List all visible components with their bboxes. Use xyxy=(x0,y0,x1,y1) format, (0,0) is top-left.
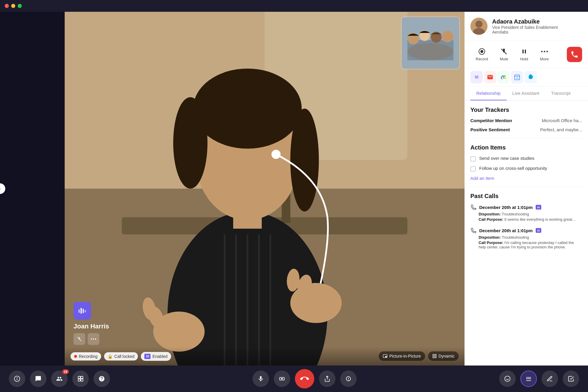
left-sidebar: ‹ xyxy=(0,12,65,366)
more-speaker-options-button[interactable] xyxy=(88,333,99,345)
tabs-row: Relationship Live Assistant Transcript xyxy=(465,87,588,101)
tasks-button[interactable] xyxy=(563,371,579,387)
record-button[interactable]: Record xyxy=(470,44,493,64)
trackers-title: Your Trackers xyxy=(470,107,582,113)
tab-transcript[interactable]: Transcript xyxy=(545,87,576,100)
calendar-app-button[interactable]: 31 xyxy=(511,71,523,83)
svg-point-53 xyxy=(541,51,542,52)
disposition-1: Troubleshooting xyxy=(502,235,529,240)
svg-point-26 xyxy=(407,43,454,60)
action-checkbox-1[interactable] xyxy=(470,166,476,172)
mute-icon xyxy=(500,47,508,56)
microphone-button[interactable] xyxy=(253,371,269,387)
svg-rect-42 xyxy=(435,354,436,356)
svg-point-37 xyxy=(93,338,94,340)
action-item-1: Follow up on cross-sell opportunity xyxy=(470,166,582,172)
tracker-competitor-value: Microsoft Office ha... xyxy=(542,118,582,123)
chat-button[interactable] xyxy=(30,371,46,387)
traffic-lights xyxy=(5,4,22,8)
svg-point-15 xyxy=(173,97,208,189)
call-locked-badge: 🔒 Call locked xyxy=(104,352,138,361)
tab-relationship[interactable]: Relationship xyxy=(470,87,507,100)
end-call-button[interactable] xyxy=(567,47,582,62)
svg-point-55 xyxy=(546,51,548,52)
add-item-link[interactable]: Add an Item xyxy=(470,176,582,181)
minimize-button[interactable] xyxy=(11,4,15,8)
participants-button[interactable]: 19 xyxy=(51,371,68,387)
participants-count: 19 xyxy=(62,369,69,374)
more-icon xyxy=(540,47,549,56)
panel-content: Your Trackers Competitor Mention Microso… xyxy=(465,101,588,366)
stop-share-button[interactable] xyxy=(274,371,290,387)
past-call-0: December 20th at 1:01pm vi Disposition: … xyxy=(470,204,582,222)
video-area: Joan Harris xyxy=(65,12,465,366)
tracker-sentiment-label: Positive Sentiment xyxy=(470,127,510,132)
svg-rect-32 xyxy=(81,308,82,314)
draw-button[interactable] xyxy=(542,371,558,387)
picture-in-picture-button[interactable]: Picture-in-Picture xyxy=(379,351,425,361)
vi-enabled-badge: Vi Enabled xyxy=(141,352,171,361)
close-button[interactable] xyxy=(5,4,9,8)
svg-rect-62 xyxy=(78,376,80,378)
disposition-label-1: Disposition: xyxy=(479,235,501,240)
divider-1 xyxy=(470,138,582,138)
svg-rect-67 xyxy=(281,378,283,379)
tracker-sentiment-value: Perfect, and maybe... xyxy=(540,127,582,132)
help-button[interactable] xyxy=(93,371,110,387)
tab-live-assistant[interactable]: Live Assistant xyxy=(507,87,545,100)
dynamic-btn-label: Dynamic xyxy=(439,354,455,358)
main-content: ‹ xyxy=(0,12,588,366)
recording-dot xyxy=(74,355,77,358)
dynamic-button[interactable]: Dynamic xyxy=(428,351,459,361)
video-pip-buttons: Picture-in-Picture Dynamic xyxy=(379,351,459,361)
past-call-0-date: December 20th at 1:01pm xyxy=(479,205,533,210)
svg-rect-43 xyxy=(433,356,434,358)
emoji-button[interactable] xyxy=(499,371,516,387)
main-video xyxy=(65,12,465,366)
action-item-0: Send over new case studies xyxy=(470,156,582,162)
call-icon-0 xyxy=(470,204,476,210)
past-call-1: December 20th at 1:01pm vi Disposition: … xyxy=(470,227,582,249)
mute-speaker-button[interactable] xyxy=(74,333,85,345)
action-text-0: Send over new case studies xyxy=(479,156,534,161)
salesforce-app-button[interactable] xyxy=(524,71,537,83)
tracker-row-competitor: Competitor Mention Microsoft Office ha..… xyxy=(470,118,582,123)
sidebar-collapse-button[interactable]: ‹ xyxy=(0,183,5,194)
more-label: More xyxy=(540,57,549,61)
svg-rect-31 xyxy=(78,309,80,313)
gmail-app-button[interactable] xyxy=(484,71,496,83)
hold-label: Hold xyxy=(520,57,528,61)
contact-title: Vice President of Sales Enablement xyxy=(492,25,558,30)
purpose-0: It seems like everything is working grea… xyxy=(504,217,575,222)
share-screen-button[interactable] xyxy=(319,371,335,387)
hold-button[interactable]: Hold xyxy=(515,44,534,64)
past-call-0-purpose: Call Purpose: It seems like everything i… xyxy=(479,217,582,222)
svg-rect-33 xyxy=(83,309,84,313)
end-call-main-button[interactable] xyxy=(295,369,314,388)
svg-point-69 xyxy=(505,376,510,381)
notes-button[interactable] xyxy=(520,371,537,387)
past-calls-title: Past Calls xyxy=(470,193,582,200)
action-checkbox-0[interactable] xyxy=(470,156,476,162)
title-bar xyxy=(0,0,588,12)
video-badges: Recording 🔒 Call locked Vi Enabled xyxy=(71,352,171,361)
app-icons-row: Vi 31 xyxy=(465,68,588,87)
contact-info: Adaora Azabuike Vice President of Sales … xyxy=(492,18,558,34)
info-button[interactable] xyxy=(9,371,25,387)
svg-point-17 xyxy=(271,150,280,159)
mute-button[interactable]: Mute xyxy=(495,44,514,64)
vi-app-button[interactable]: Vi xyxy=(470,71,483,83)
vi-tag-1: vi xyxy=(536,228,541,233)
recording-label: Recording xyxy=(79,354,98,359)
disposition-label-0: Disposition: xyxy=(479,212,501,216)
past-call-1-purpose: Call Purpose: I'm calling because yester… xyxy=(479,240,582,249)
past-call-1-date: December 20th at 1:01pm xyxy=(479,228,533,233)
disposition-0: Troubleshooting xyxy=(502,212,529,216)
drive-app-button[interactable] xyxy=(497,71,510,83)
layout-button[interactable] xyxy=(72,371,89,387)
svg-point-49 xyxy=(480,50,483,53)
more-button[interactable]: More xyxy=(535,44,554,64)
maximize-button[interactable] xyxy=(18,4,22,8)
audio-settings-button[interactable] xyxy=(340,371,357,387)
svg-rect-44 xyxy=(435,356,436,358)
